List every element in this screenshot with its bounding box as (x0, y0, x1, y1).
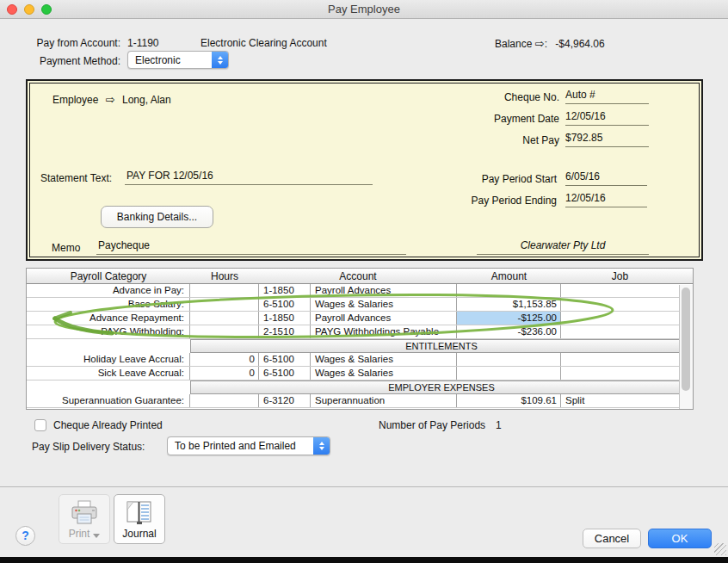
table-row[interactable]: Advance in Pay: 1-1850 Payroll Advances (27, 284, 693, 298)
table-row[interactable]: Holiday Leave Accrual: 0 6-5100 Wages & … (27, 353, 693, 367)
table-row[interactable]: Sick Leave Accrual: 0 6-5100 Wages & Sal… (27, 367, 693, 380)
account-name: Electronic Clearing Account (201, 37, 327, 49)
row-account-name: Payroll Advances (311, 312, 457, 325)
pay-period-ending-field[interactable]: 12/05/16 (565, 192, 647, 207)
table-header: Payroll Category Hours Account Amount Jo… (27, 269, 693, 284)
pay-period-start-field[interactable]: 6/05/16 (565, 170, 647, 186)
row-category: Sick Leave Accrual: (27, 367, 190, 380)
employee-zoom-arrow-icon[interactable]: ⇨ (106, 93, 115, 106)
pay-period-ending-label: Pay Period Ending (419, 195, 557, 207)
row-account-name: Payroll Advances (311, 284, 457, 297)
balance-colon: : (545, 38, 547, 50)
payment-method-select[interactable]: Electronic (127, 51, 229, 69)
row-account-name: Superannuation (311, 394, 457, 407)
row-amount-selected[interactable]: -$125.00 (457, 312, 561, 325)
payroll-table: Payroll Category Hours Account Amount Jo… (26, 268, 694, 410)
cheque-no-label: Cheque No. (422, 91, 559, 103)
row-hours (190, 312, 259, 325)
col-job: Job (561, 269, 679, 283)
cheque-already-printed-checkbox[interactable] (34, 419, 46, 431)
cheque-no-field[interactable]: Auto # (565, 89, 649, 104)
statement-text-field[interactable]: PAY FOR 12/05/16 (125, 170, 373, 185)
employee-label: Employee (52, 94, 98, 106)
row-category: Superannuation Guarantee: (27, 394, 190, 407)
row-amount: -$236.00 (457, 325, 561, 338)
row-job (561, 353, 679, 366)
pay-slip-delivery-select[interactable]: To be Printed and Emailed (167, 436, 330, 455)
row-hours (190, 298, 259, 311)
table-row-advance-repayment[interactable]: Advance Repayment: 1-1850 Payroll Advanc… (27, 312, 693, 325)
memo-field[interactable]: Paycheque (96, 239, 406, 255)
col-hours: Hours (190, 269, 259, 283)
payment-method-label: Payment Method: (17, 55, 120, 67)
band-spacer (27, 339, 190, 353)
chevron-up-down-icon (212, 52, 228, 68)
row-category: Base Salary: (27, 298, 190, 311)
bottom-edge (0, 557, 728, 563)
print-button[interactable]: Print (59, 494, 110, 544)
band-label: ENTITLEMENTS (190, 339, 693, 353)
row-account-no: 6-5100 (259, 353, 311, 366)
col-amount: Amount (457, 269, 561, 283)
table-scrollbar[interactable] (679, 285, 693, 409)
pay-period-start-label: Pay Period Start (419, 173, 557, 185)
pay-periods-value: 1 (496, 419, 502, 431)
row-account-name: Wages & Salaries (311, 353, 457, 366)
row-hours (190, 394, 259, 407)
band-spacer (27, 380, 190, 394)
row-job (561, 298, 679, 311)
scrollbar-thumb[interactable] (682, 288, 690, 391)
row-account-name: Wages & Salaries (311, 298, 457, 311)
row-account-name: PAYG Withholdings Payable (311, 325, 457, 338)
row-account-no: 1-1850 (259, 312, 311, 325)
net-pay-field[interactable]: $792.85 (565, 132, 649, 147)
print-dropdown-arrow-icon[interactable] (93, 534, 100, 538)
row-amount (457, 284, 561, 297)
printer-icon (69, 499, 100, 530)
row-hours (190, 325, 259, 338)
help-button[interactable]: ? (15, 526, 35, 546)
row-hours (190, 284, 259, 297)
col-payroll-category: Payroll Category (27, 269, 190, 283)
resize-grip[interactable] (714, 543, 726, 555)
row-account-name: Wages & Salaries (311, 367, 457, 380)
balance-value: -$4,964.06 (555, 38, 604, 50)
table-row[interactable]: Superannuation Guarantee: 6-3120 Superan… (27, 394, 693, 408)
row-amount (457, 367, 561, 380)
col-account: Account (259, 269, 457, 283)
employee-name: Long, Alan (122, 94, 171, 106)
memo-label: Memo (52, 242, 80, 254)
row-category: Holiday Leave Accrual: (27, 353, 190, 366)
company-signature: Clearwater Pty Ltd (477, 239, 649, 255)
row-job (561, 284, 679, 297)
cheque-already-printed-label: Cheque Already Printed (53, 419, 163, 431)
table-row[interactable]: PAYG Withholding: 2-1510 PAYG Withholdin… (27, 325, 693, 339)
payment-date-label: Payment Date (422, 113, 559, 125)
statement-text-label: Statement Text: (40, 172, 112, 184)
cancel-button[interactable]: Cancel (583, 529, 641, 548)
row-account-no: 6-5100 (259, 367, 311, 380)
row-amount (457, 353, 561, 366)
balance-zoom-arrow-icon[interactable]: ⇨ (535, 37, 545, 50)
pay-periods-label: Number of Pay Periods (379, 419, 485, 431)
window-title: Pay Employee (0, 0, 728, 19)
ok-button[interactable]: OK (648, 529, 712, 548)
pay-employee-window: Pay Employee Pay from Account: 1-1190 El… (0, 0, 728, 563)
journal-button[interactable]: Journal (114, 494, 165, 544)
banking-details-button[interactable]: Banking Details... (101, 206, 213, 228)
employee-row: Employee ⇨ Long, Alan (52, 93, 171, 106)
payment-date-field[interactable]: 12/05/16 (565, 110, 649, 126)
title-bar: Pay Employee (0, 0, 728, 19)
net-pay-label: Net Pay (422, 134, 559, 146)
row-amount: $1,153.85 (457, 298, 561, 311)
row-hours: 0 (190, 367, 259, 380)
row-job (561, 367, 679, 380)
row-job: Split (561, 394, 679, 407)
row-job (561, 312, 679, 325)
pay-from-account-label: Pay from Account: (17, 37, 120, 49)
row-amount: $109.61 (457, 394, 561, 407)
balance-row: Balance ⇨: -$4,964.06 (495, 37, 605, 50)
row-category: PAYG Withholding: (27, 325, 190, 338)
row-job (561, 325, 679, 338)
table-row[interactable]: Base Salary: 6-5100 Wages & Salaries $1,… (27, 298, 693, 312)
